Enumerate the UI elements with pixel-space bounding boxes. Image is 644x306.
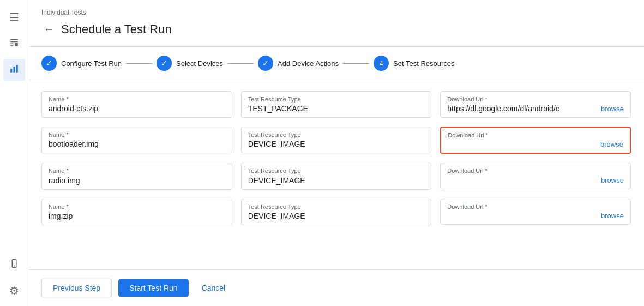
main-content: Individual Tests ← Schedule a Test Run ✓… — [28, 0, 644, 306]
step-circle-add-actions: ✓ — [258, 56, 273, 71]
name-wrapper-3: Name * radio.img — [41, 163, 232, 189]
step-set-resources: 4 Set Test Resources — [374, 56, 454, 71]
sidebar-item-calendar[interactable] — [3, 33, 25, 55]
calendar-icon — [9, 38, 19, 50]
sidebar-item-charts[interactable] — [3, 59, 25, 81]
browse-link-2[interactable]: browse — [600, 140, 623, 148]
svg-rect-3 — [10, 45, 13, 46]
type-label-2: Test Resource Type — [248, 131, 425, 139]
browse-link-4[interactable]: browse — [601, 212, 624, 220]
type-value-2: DEVICE_IMAGE — [248, 140, 425, 148]
sidebar: ☰ ⚙ — [0, 0, 28, 306]
url-label-1: Download Url * — [447, 96, 624, 103]
type-field-3: Test Resource Type DEVICE_IMAGE — [241, 163, 432, 189]
url-wrapper-2: Download Url * browse — [440, 127, 631, 154]
type-field-4: Test Resource Type DEVICE_IMAGE — [241, 199, 432, 225]
name-label-4: Name * — [49, 203, 225, 211]
step-circle-set-resources: 4 — [374, 56, 389, 71]
url-label-4: Download Url * — [447, 203, 624, 211]
stepper: ✓ Configure Test Run ✓ Select Devices ✓ … — [28, 47, 644, 80]
step-select-devices: ✓ Select Devices — [157, 56, 223, 71]
svg-rect-2 — [10, 43, 13, 44]
name-field-1: Name * android-cts.zip — [41, 91, 232, 118]
check-icon-select-devices: ✓ — [161, 59, 167, 68]
name-field-3: Name * radio.img — [41, 163, 232, 189]
resource-row-2: Name * bootloader.img Test Resource Type… — [41, 127, 631, 154]
url-label-2: Download Url * — [448, 132, 623, 139]
sidebar-item-devices[interactable] — [3, 254, 25, 275]
step-circle-select-devices: ✓ — [157, 56, 172, 71]
url-wrapper-3: Download Url * browse — [440, 163, 631, 189]
step-label-configure: Configure Test Run — [61, 59, 122, 68]
type-field-1: Test Resource Type TEST_PACKAGE — [241, 91, 432, 118]
type-value-1: TEST_PACKAGE — [248, 104, 425, 113]
type-label-1: Test Resource Type — [248, 96, 425, 103]
step-add-actions: ✓ Add Device Actions — [258, 56, 339, 71]
name-wrapper-2: Name * bootloader.img — [41, 127, 232, 153]
name-field-4: Name * img.zip — [41, 199, 232, 225]
url-field-3: Download Url * browse — [440, 163, 631, 189]
type-value-3: DEVICE_IMAGE — [248, 176, 425, 185]
type-label-4: Test Resource Type — [248, 203, 425, 211]
page-title: Schedule a Test Run — [61, 22, 172, 37]
resource-row-4: Name * img.zip Test Resource Type DEVICE… — [41, 199, 631, 225]
name-label-1: Name * — [49, 96, 225, 103]
name-wrapper-1: Name * android-cts.zip — [41, 91, 232, 118]
step-circle-configure: ✓ — [41, 56, 57, 71]
name-field-2: Name * bootloader.img — [41, 127, 232, 154]
check-icon-add-actions: ✓ — [262, 59, 269, 68]
type-label-3: Test Resource Type — [248, 167, 425, 175]
type-field-2: Test Resource Type DEVICE_IMAGE — [241, 127, 432, 154]
title-row: ← Schedule a Test Run — [41, 21, 631, 38]
chart-icon — [9, 64, 19, 76]
name-label-2: Name * — [49, 131, 225, 139]
name-value-3: radio.img — [49, 176, 225, 185]
type-value-4: DEVICE_IMAGE — [248, 212, 425, 220]
url-row-4: browse — [447, 212, 624, 220]
type-wrapper-2: Test Resource Type DEVICE_IMAGE — [241, 127, 432, 153]
name-value-4: img.zip — [49, 212, 225, 220]
svg-rect-6 — [13, 67, 15, 73]
step-label-set-resources: Set Test Resources — [393, 59, 454, 68]
list-icon: ☰ — [9, 11, 19, 24]
check-icon-configure: ✓ — [46, 59, 52, 68]
url-wrapper-1: Download Url * https://dl.google.com/dl/… — [440, 91, 631, 118]
browse-link-1[interactable]: browse — [601, 105, 624, 113]
resource-row-3: Name * radio.img Test Resource Type DEVI… — [41, 163, 631, 189]
sidebar-item-settings[interactable]: ⚙ — [3, 280, 25, 302]
step-number-set-resources: 4 — [379, 59, 383, 68]
content-area: Name * android-cts.zip Test Resource Typ… — [28, 80, 644, 269]
browse-link-3[interactable]: browse — [601, 176, 624, 184]
settings-icon: ⚙ — [9, 284, 19, 297]
step-configure: ✓ Configure Test Run — [41, 56, 122, 71]
svg-rect-7 — [16, 65, 17, 73]
back-button[interactable]: ← — [41, 21, 57, 38]
name-label-3: Name * — [49, 167, 225, 175]
url-field-2: Download Url * browse — [440, 127, 631, 154]
type-wrapper-4: Test Resource Type DEVICE_IMAGE — [241, 199, 432, 225]
svg-rect-4 — [15, 43, 17, 46]
breadcrumb: Individual Tests — [41, 9, 631, 16]
phone-icon — [9, 259, 19, 271]
url-row-2: browse — [448, 140, 623, 148]
step-label-add-actions: Add Device Actions — [278, 59, 339, 68]
start-test-run-button[interactable]: Start Test Run — [118, 279, 188, 297]
type-wrapper-3: Test Resource Type DEVICE_IMAGE — [241, 163, 432, 189]
url-wrapper-4: Download Url * browse — [440, 199, 631, 225]
step-label-select-devices: Select Devices — [176, 59, 223, 68]
back-arrow-icon: ← — [44, 23, 55, 35]
url-row-3: browse — [447, 176, 624, 184]
type-wrapper-1: Test Resource Type TEST_PACKAGE — [241, 91, 432, 118]
svg-rect-5 — [10, 69, 12, 73]
previous-step-button[interactable]: Previous Step — [41, 279, 112, 297]
cancel-button[interactable]: Cancel — [195, 279, 232, 297]
url-row-1: https://dl.google.com/dl/android/c brows… — [447, 104, 624, 113]
url-field-1: Download Url * https://dl.google.com/dl/… — [440, 91, 631, 118]
url-value-1: https://dl.google.com/dl/android/c — [447, 104, 559, 113]
connector-1 — [126, 63, 152, 64]
connector-3 — [343, 63, 369, 64]
sidebar-item-list[interactable]: ☰ — [3, 7, 25, 28]
name-wrapper-4: Name * img.zip — [41, 199, 232, 225]
svg-rect-0 — [10, 39, 18, 40]
connector-2 — [227, 63, 254, 64]
